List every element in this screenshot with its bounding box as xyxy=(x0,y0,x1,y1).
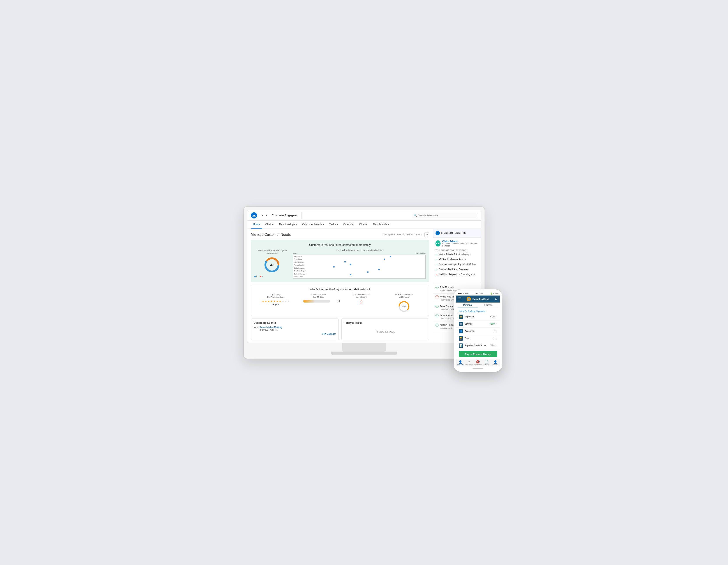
scatter-dot xyxy=(367,271,368,273)
progress-fill xyxy=(303,300,315,303)
scatter-section: Which high-value customers need a servic… xyxy=(293,249,426,279)
legend-item-0: 0 xyxy=(254,275,257,277)
phone-bottom-nav: 👤 Accounts ⚠ Notifications 🎯 Credit Scor… xyxy=(456,359,500,366)
donut-legend: 0 1 xyxy=(254,275,289,277)
expenses-value: 51% xyxy=(490,315,495,318)
accounts-value: 7 xyxy=(494,330,495,332)
health-metrics: My AverageNet Promoter Score ★ ★ ★ ★ ★ ★ xyxy=(255,294,425,313)
contact-name: Katelyn Roman xyxy=(440,324,455,326)
pay-request-button[interactable]: Pay or Request Money xyxy=(459,351,497,357)
nav-item-chatter[interactable]: Chatter xyxy=(263,221,276,229)
metric-service-label: Service cases inlast 30 days xyxy=(297,294,340,299)
chevron-right-icon: › xyxy=(496,315,497,318)
bottom-nav-contact[interactable]: 👤 Contact xyxy=(491,360,500,366)
app-name: Customer Engagem... xyxy=(272,212,302,219)
search-input[interactable] xyxy=(418,214,475,217)
tasks-title: Today's Tasks xyxy=(344,321,426,324)
bottom-nav-accounts[interactable]: 👤 Accounts xyxy=(456,360,465,366)
content-area: Manage Customer Needs Data updated: Mar … xyxy=(247,229,433,343)
metric-escalations: Tier 3 Escalations inlast 90 days 2 xyxy=(340,294,383,313)
contact-status-green: ✓ xyxy=(435,305,439,308)
signal-bars: ●●●●● xyxy=(458,292,464,295)
einstein-title: EINSTEIN INSIGHTS xyxy=(441,232,466,234)
donut-section: Customers with fewer than 2 goals Count … xyxy=(254,249,289,278)
metric-nps: My AverageNet Promoter Score ★ ★ ★ ★ ★ ★ xyxy=(255,294,297,313)
monitor-stand xyxy=(342,343,386,352)
metric-savings[interactable]: 🏦 Savings +$50 › xyxy=(456,320,500,328)
monitor-base xyxy=(331,352,397,355)
nav-item-tasks[interactable]: Tasks ▾ xyxy=(327,221,340,229)
bottom-nav-billpay[interactable]: 📄 Bill Pay xyxy=(482,360,491,366)
refresh-icon[interactable]: ↻ xyxy=(495,297,497,301)
metric-credit[interactable]: 📊 Experian Credit Score 754 › xyxy=(456,342,500,349)
contact-icon: 👤 xyxy=(494,360,497,364)
billpay-icon: 📄 xyxy=(485,360,488,364)
person-name[interactable]: Claire Adams xyxy=(442,240,478,243)
events-box: Upcoming Events Now Annual review Meetin… xyxy=(251,319,339,340)
legend-dot-0 xyxy=(254,276,256,277)
monitor-screen: ☁ ⋮⋮ Customer Engagem... 🔍 Home Chatter … xyxy=(247,210,481,343)
bottom-nav-credit[interactable]: 🎯 Credit Score xyxy=(474,360,482,366)
scatter-x-label: Last Contact xyxy=(416,252,426,254)
nav-item-customer-needs[interactable]: Customer Needs ▾ xyxy=(300,221,326,229)
predictive-title: TOP PREDICTIVE FACTORS xyxy=(435,249,478,251)
chart-area: Customers with fewer than 2 goals Count … xyxy=(254,249,426,279)
bottom-nav-notifications[interactable]: ⚠ Notifications xyxy=(465,360,474,366)
event-time: Now xyxy=(254,326,258,331)
contact-name: John Murdoch xyxy=(440,286,454,289)
factor-3: ✓ New account opening in last 30 days xyxy=(435,263,478,266)
monitor: ☁ ⋮⋮ Customer Engagem... 🔍 Home Chatter … xyxy=(244,207,485,359)
no-tasks-message: No tasks due today. xyxy=(344,326,426,337)
event-link[interactable]: Annual review Meeting xyxy=(260,326,282,329)
wifi-icon: WiFi xyxy=(465,292,469,294)
nav-item-home[interactable]: Home xyxy=(251,221,262,229)
tab-business[interactable]: Business xyxy=(478,303,498,308)
escalations-value: 2 xyxy=(340,300,383,305)
bank-icon: 🏦 xyxy=(467,297,471,301)
einstein-icon: E xyxy=(435,231,440,235)
metric-expenses[interactable]: 💳 Expenses 51% › xyxy=(456,313,500,320)
contact-name: Anna Yevgeni xyxy=(440,305,453,307)
events-title: Upcoming Events xyxy=(254,321,336,324)
nav-item-relationships[interactable]: Relationships ▾ xyxy=(277,221,299,229)
nav-item-calendar[interactable]: Calendar xyxy=(341,221,356,229)
check-icon: ✓ xyxy=(435,258,438,261)
credit-label: Experian Credit Score xyxy=(465,344,489,347)
view-calendar-link[interactable]: View Calendar xyxy=(254,333,336,335)
check-icon: ✓ xyxy=(435,253,438,256)
sidebar-header: E EINSTEIN INSIGHTS xyxy=(433,229,481,238)
metric-goals[interactable]: 🏆 Goals 1 › xyxy=(456,335,500,342)
nav-item-chatter2[interactable]: Chatter xyxy=(357,221,370,229)
scatter-grid: Aidan Shaw Anne Salas Asher Newton Aubre… xyxy=(293,255,426,279)
data-updated: Data updated: Mar 13, 2017 at 11:48 AM xyxy=(383,233,423,236)
tasks-box: Today's Tasks No tasks due today. xyxy=(341,319,429,340)
goals-value: 1 xyxy=(494,337,495,340)
legend-item-1: 1 xyxy=(260,275,263,277)
chevron-right-icon: › xyxy=(496,330,497,332)
donut-number: 30 xyxy=(270,263,274,267)
salesforce-logo[interactable]: ☁ xyxy=(251,212,257,218)
savings-label: Savings xyxy=(465,323,488,325)
salesforce-app: ☁ ⋮⋮ Customer Engagem... 🔍 Home Chatter … xyxy=(247,210,481,343)
phone-header: ☰ 🏦 Cumulus Bank ↻ xyxy=(456,296,500,303)
content-header: Manage Customer Needs Data updated: Mar … xyxy=(251,232,429,237)
metric-esc-label: Tier 3 Escalations inlast 90 days xyxy=(340,294,383,299)
page-title: Manage Customer Needs xyxy=(251,233,291,237)
nps-score: 7.3/10 xyxy=(255,304,297,306)
tab-personal[interactable]: Personal xyxy=(458,303,478,308)
metric-bob-label: % BoB contacted inlast 30 days xyxy=(383,294,425,299)
scatter-dot xyxy=(390,256,391,257)
app-grid-icon[interactable]: ⋮⋮ xyxy=(261,213,268,218)
credit-icon: 📊 xyxy=(459,343,463,348)
donut-label: Customers with fewer than 2 goals xyxy=(254,249,289,252)
metric-accounts[interactable]: 👥 Accounts 7 › xyxy=(456,328,500,335)
phone-summary-title: Rachel's Banking Summary xyxy=(456,308,500,313)
refresh-icon[interactable]: ↻ xyxy=(424,232,429,237)
accounts-icon: 👥 xyxy=(459,329,463,333)
hamburger-icon[interactable]: ☰ xyxy=(458,297,461,301)
search-bar[interactable]: 🔍 xyxy=(412,213,477,218)
nav-item-dashboards[interactable]: Dashboards ▾ xyxy=(371,221,391,229)
home-indicator[interactable] xyxy=(472,368,483,369)
scatter-y-label: Goals xyxy=(293,252,298,254)
event-item: Now Annual review Meeting 3/27/2017 4:30… xyxy=(254,326,336,331)
